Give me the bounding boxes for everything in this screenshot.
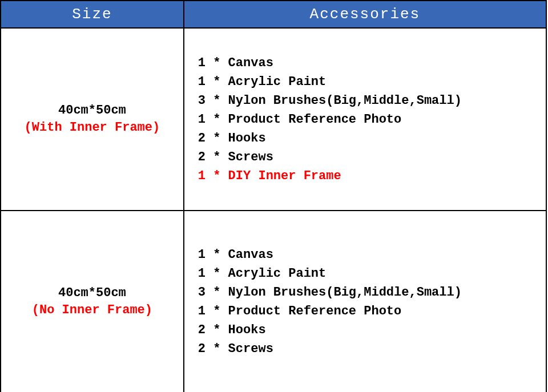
accessory-item: 2 * Screws [198,148,540,167]
size-cell: 40cm*50cm(No Inner Frame) [1,211,184,392]
accessory-item: 2 * Hooks [198,129,540,148]
table-body: 40cm*50cm(With Inner Frame)1 * Canvas1 *… [1,28,546,392]
accessory-item: 1 * Canvas [198,245,540,264]
accessory-item: 3 * Nylon Brushes(Big,Middle,Small) [198,91,540,110]
size-dimension: 40cm*50cm [1,102,183,119]
accessory-item: 1 * Canvas [198,54,540,72]
accessory-item: 1 * Product Reference Photo [198,302,540,321]
accessory-item: 3 * Nylon Brushes(Big,Middle,Small) [198,283,540,302]
header-size: Size [1,1,184,28]
size-cell: 40cm*50cm(With Inner Frame) [1,28,184,211]
accessory-item: 1 * Product Reference Photo [198,110,540,129]
size-note: (No Inner Frame) [1,302,183,319]
table-row: 40cm*50cm(No Inner Frame)1 * Canvas1 * A… [1,211,546,392]
header-accessories: Accessories [184,1,546,28]
accessory-item: 1 * Acrylic Paint [198,72,540,91]
size-note: (With Inner Frame) [1,119,183,136]
accessory-item: 1 * DIY Inner Frame [198,167,540,185]
accessory-item: 2 * Hooks [198,321,540,340]
accessory-item: 2 * Screws [198,340,540,358]
accessories-cell: 1 * Canvas1 * Acrylic Paint3 * Nylon Bru… [184,28,546,211]
table-row: 40cm*50cm(With Inner Frame)1 * Canvas1 *… [1,28,546,211]
size-dimension: 40cm*50cm [1,285,183,302]
accessory-item: 1 * Acrylic Paint [198,264,540,283]
product-spec-table: Size Accessories 40cm*50cm(With Inner Fr… [0,0,547,392]
accessories-cell: 1 * Canvas1 * Acrylic Paint3 * Nylon Bru… [184,211,546,392]
